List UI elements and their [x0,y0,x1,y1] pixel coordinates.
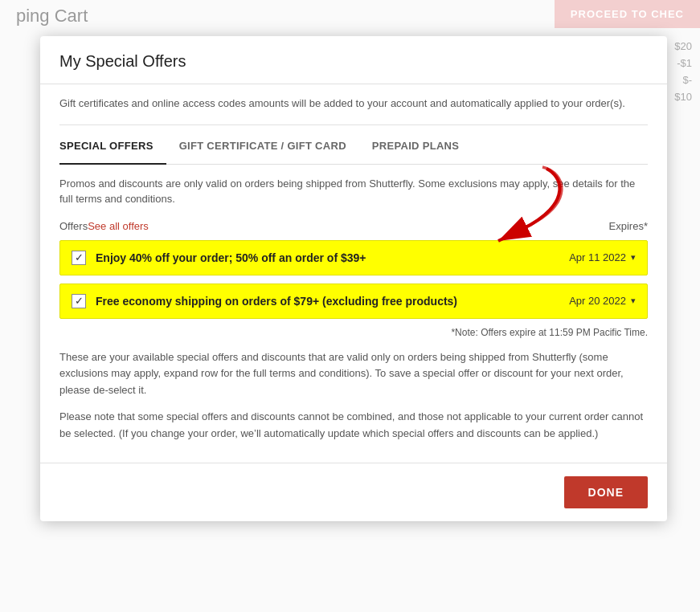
offer-row-2[interactable]: ✓ Free economy shipping on orders of $79… [59,284,648,319]
offers-section: Promos and discounts are only valid on o… [59,165,648,463]
offers-description: Promos and discounts are only valid on o… [59,176,648,207]
offer-2-expiry: Apr 20 2022 [569,295,626,307]
tabs-container: SPECIAL OFFERS GIFT CERTIFICATE / GIFT C… [59,129,648,165]
footer-text-2: Please note that some special offers and… [59,409,648,443]
offer-1-expiry: Apr 11 2022 [569,251,626,263]
offer-2-chevron-icon[interactable]: ▾ [631,296,636,306]
offers-note: *Note: Offers expire at 11:59 PM Pacific… [59,327,648,338]
info-text: Gift certificates and online access code… [59,84,648,125]
tab-special-offers[interactable]: SPECIAL OFFERS [59,129,166,165]
offer-1-text: Enjoy 40% off your order; 50% off an ord… [96,251,561,264]
modal-title: My Special Offers [59,52,186,70]
offer-row-1[interactable]: ✓ Enjoy 40% off your order; 50% off an o… [59,240,648,275]
modal-header: My Special Offers [40,36,667,84]
done-button[interactable]: DONE [564,476,648,508]
footer-text-1: These are your available special offers … [59,349,648,399]
offer-2-text: Free economy shipping on orders of $79+ … [96,295,561,308]
special-offers-modal: My Special Offers Gift certificates and … [40,36,667,521]
modal-body: Gift certificates and online access code… [40,84,667,463]
tab-prepaid-plans[interactable]: PREPAID PLANS [359,129,472,165]
offer-1-checkbox[interactable]: ✓ [72,251,86,265]
see-all-offers-link[interactable]: See all offers [88,220,149,232]
offers-label: Offers [59,220,88,232]
offer-2-checkbox[interactable]: ✓ [72,294,86,308]
modal-footer: DONE [40,463,667,521]
offers-header: Offers See all offers Expires* [59,220,648,232]
offer-1-chevron-icon[interactable]: ▾ [631,252,636,263]
expires-label: Expires* [609,220,648,232]
tab-gift-certificate[interactable]: GIFT CERTIFICATE / GIFT CARD [166,129,359,165]
